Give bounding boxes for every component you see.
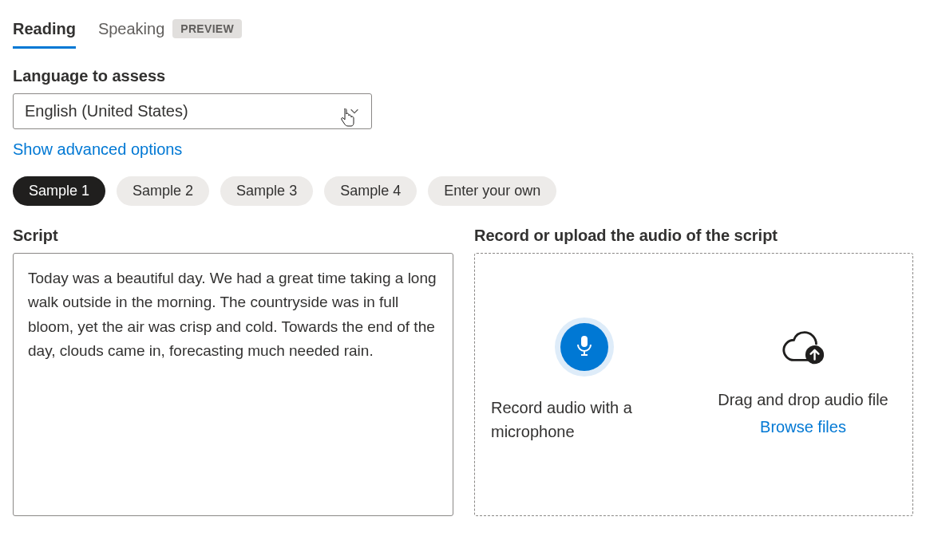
language-select[interactable]: English (United States): [13, 93, 372, 129]
upload-section: Drag and drop audio file Browse files: [694, 254, 912, 515]
script-label: Script: [13, 227, 453, 245]
pill-enter-own[interactable]: Enter your own: [428, 176, 556, 206]
pill-sample-3[interactable]: Sample 3: [220, 176, 313, 206]
advanced-options-link[interactable]: Show advanced options: [13, 140, 182, 159]
pill-sample-1[interactable]: Sample 1: [13, 176, 105, 206]
language-label: Language to assess: [13, 67, 913, 85]
record-section: Record audio with a microphone: [475, 254, 694, 515]
tab-speaking[interactable]: Speaking PREVIEW: [98, 14, 242, 48]
audio-dropzone[interactable]: Record audio with a microphone Drag and …: [474, 253, 913, 516]
language-select-value: English (United States): [25, 102, 188, 120]
cloud-upload-icon: [779, 324, 827, 369]
microphone-icon: [575, 334, 594, 360]
tab-speaking-label: Speaking: [98, 20, 164, 38]
pill-sample-4[interactable]: Sample 4: [324, 176, 417, 206]
record-label: Record or upload the audio of the script: [474, 227, 913, 245]
tab-reading[interactable]: Reading: [13, 15, 76, 48]
pill-sample-2[interactable]: Sample 2: [117, 176, 209, 206]
record-text: Record audio with a microphone: [491, 396, 678, 444]
drop-text: Drag and drop audio file: [718, 388, 888, 412]
tab-reading-label: Reading: [13, 20, 76, 38]
sample-pills: Sample 1 Sample 2 Sample 3 Sample 4 Ente…: [13, 176, 913, 206]
script-textarea[interactable]: Today was a beautiful day. We had a grea…: [13, 253, 453, 516]
chevron-down-icon: [349, 102, 360, 120]
tabs-bar: Reading Speaking PREVIEW: [13, 14, 913, 48]
preview-badge: PREVIEW: [172, 19, 242, 38]
browse-files-link[interactable]: Browse files: [760, 418, 846, 436]
mic-button[interactable]: [555, 317, 614, 377]
svg-rect-0: [581, 336, 588, 347]
